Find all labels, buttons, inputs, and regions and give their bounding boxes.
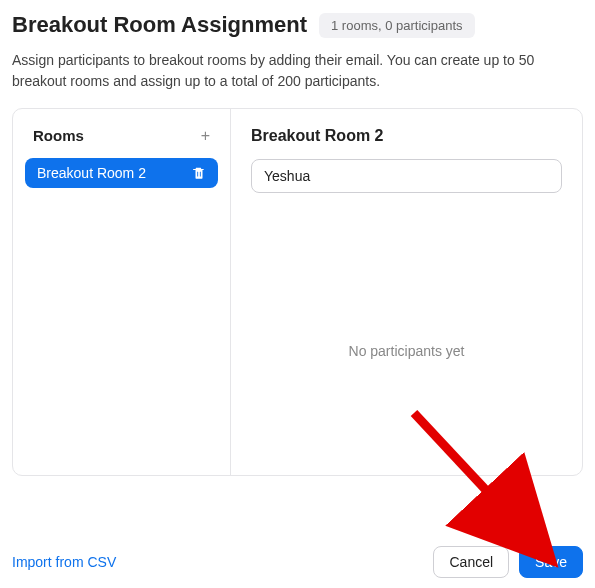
- no-participants-text: No participants yet: [251, 343, 562, 359]
- plus-icon: +: [201, 127, 210, 144]
- description-text: Assign participants to breakout rooms by…: [12, 50, 583, 92]
- add-room-button[interactable]: +: [199, 128, 212, 144]
- room-item[interactable]: Breakout Room 2: [25, 158, 218, 188]
- main-column: Breakout Room 2 No participants yet: [231, 109, 582, 475]
- room-item-label: Breakout Room 2: [37, 165, 146, 181]
- trash-icon[interactable]: [192, 166, 206, 180]
- assignment-panel: Rooms + Breakout Room 2 Breakout Room 2 …: [12, 108, 583, 476]
- cancel-button[interactable]: Cancel: [433, 546, 509, 578]
- import-csv-link[interactable]: Import from CSV: [12, 554, 116, 570]
- rooms-title: Rooms: [33, 127, 84, 144]
- selected-room-title: Breakout Room 2: [251, 127, 562, 145]
- participant-email-input[interactable]: [251, 159, 562, 193]
- rooms-column: Rooms + Breakout Room 2: [13, 109, 231, 475]
- rooms-summary-badge: 1 rooms, 0 participants: [319, 13, 475, 38]
- page-title: Breakout Room Assignment: [12, 12, 307, 38]
- save-button[interactable]: Save: [519, 546, 583, 578]
